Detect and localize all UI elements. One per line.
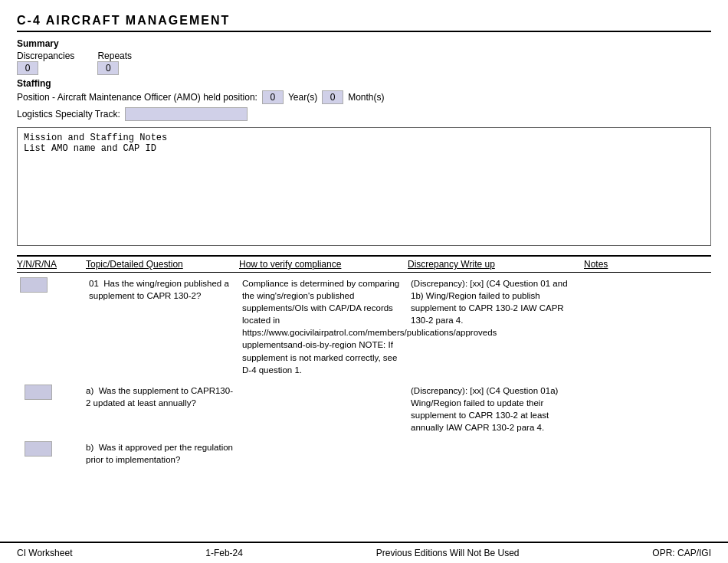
table-row: a) Was the supplement to CAPR130-2 updat…	[17, 381, 711, 437]
summary-label: Summary	[17, 38, 711, 49]
table-header: Y/N/R/NA Topic/Detailed Question How to …	[17, 255, 711, 273]
footer-center-date: 1-Feb-24	[205, 548, 243, 558]
compliance-01a	[239, 383, 408, 386]
discrepancy-01: (Discrepancy): [xx] (C4 Question 01 and …	[408, 276, 584, 328]
notes-line2: List AMO name and CAP ID	[24, 143, 704, 154]
question-text-01a: Was the supplement to CAPR130-2 updated …	[86, 386, 233, 408]
logistics-label: Logistics Specialty Track:	[17, 109, 120, 119]
notes-line1: Mission and Staffing Notes	[24, 133, 704, 143]
table-row: b) Was it approved per the regulation pr…	[17, 437, 711, 470]
footer-right: OPR: CAP/IGI	[652, 548, 711, 558]
staffing-label: Staffing	[17, 78, 711, 89]
ynrna-01	[17, 276, 86, 294]
checkbox-01[interactable]	[20, 277, 48, 293]
footer: CI Worksheet 1-Feb-24 Previous Editions …	[0, 542, 728, 563]
repeats-label: Repeats	[97, 51, 132, 61]
table-row: 01 Has the wing/region published a suppl…	[17, 273, 711, 381]
col-discrepancy: Discrepancy Write up	[408, 259, 584, 270]
checkbox-01a[interactable]	[25, 385, 52, 400]
topic-01a: a) Was the supplement to CAPR130-2 updat…	[86, 383, 239, 411]
notes-01b	[584, 440, 661, 443]
compliance-01: Compliance is determined by comparing th…	[239, 276, 408, 378]
col-ynrna: Y/N/R/NA	[17, 259, 86, 270]
years-label: Year(s)	[288, 92, 317, 103]
page-title: C-4 AIRCRAFT MANAGEMENT	[17, 14, 711, 32]
notes-01	[584, 276, 661, 279]
notes-01a	[584, 383, 661, 386]
discrepancies-label: Discrepancies	[17, 51, 74, 61]
sub-label-b: b)	[86, 443, 93, 452]
months-value[interactable]: 0	[322, 90, 343, 104]
ynrna-01a	[17, 383, 86, 401]
col-topic: Topic/Detailed Question	[86, 259, 239, 270]
topic-01b: b) Was it approved per the regulation pr…	[86, 440, 239, 467]
notes-box[interactable]: Mission and Staffing Notes List AMO name…	[17, 127, 711, 246]
table-body: 01 Has the wing/region published a suppl…	[17, 273, 711, 470]
discrepancy-01a: (Discrepancy): [xx] (C4 Question 01a) Wi…	[408, 383, 584, 435]
col-notes: Notes	[584, 259, 661, 270]
sub-label-a: a)	[86, 386, 93, 395]
compliance-01b	[239, 440, 408, 443]
question-text-01: Has the wing/region published a suppleme…	[89, 279, 229, 300]
question-num-01: 01	[89, 279, 99, 288]
discrepancies-value[interactable]: 0	[17, 61, 38, 75]
checkbox-01b[interactable]	[25, 441, 52, 457]
footer-center-text: Previous Editions Will Not Be Used	[376, 548, 520, 558]
position-label: Position - Aircraft Maintenance Officer …	[17, 92, 257, 103]
discrepancy-01b	[408, 440, 584, 443]
topic-01: 01 Has the wing/region published a suppl…	[86, 276, 239, 303]
repeats-value[interactable]: 0	[97, 61, 119, 75]
footer-left: CI Worksheet	[17, 548, 72, 558]
ynrna-01b	[17, 440, 86, 458]
months-label: Month(s)	[348, 92, 384, 103]
col-compliance: How to verify compliance	[239, 259, 408, 270]
question-text-01b: Was it approved per the regulation prior…	[86, 443, 233, 464]
logistics-input[interactable]	[125, 107, 248, 121]
years-value[interactable]: 0	[262, 90, 284, 104]
